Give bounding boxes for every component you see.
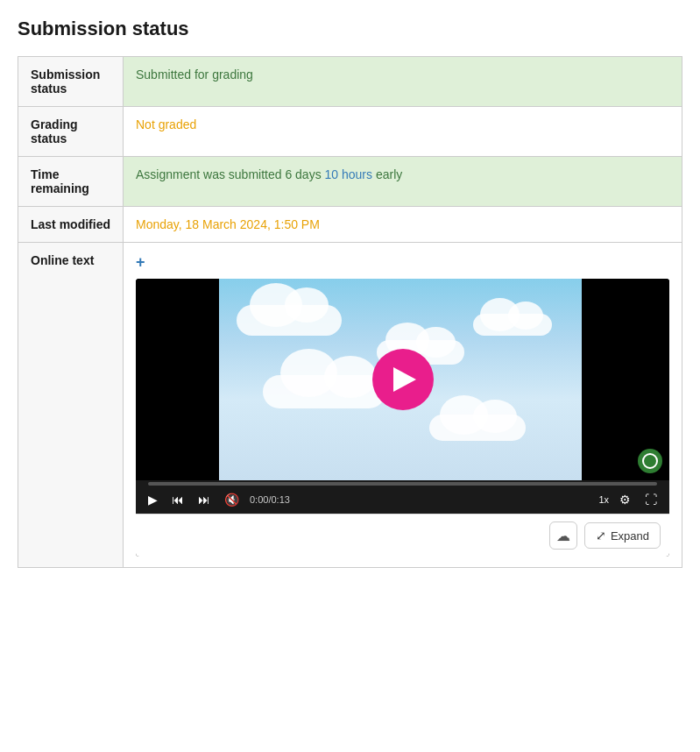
cloud-1 <box>237 305 342 336</box>
last-modified-label: Last modified <box>18 207 124 243</box>
play-icon: ▶ <box>148 493 158 507</box>
online-text-plus-icon[interactable]: + <box>136 253 669 272</box>
cloud-3 <box>263 375 385 408</box>
video-player: ▶ ⏮ ⏭ 🔇 0:00/0:13 <box>136 279 669 557</box>
mute-icon: 🔇 <box>224 493 239 507</box>
submission-status-text: Submitted for grading <box>136 67 253 82</box>
cloud-upload-button[interactable]: ☁ <box>549 521 577 550</box>
cloud-5 <box>429 415 526 441</box>
table-row: Time remaining Assignment was submitted … <box>18 157 682 207</box>
page-title: Submission status <box>18 18 682 40</box>
rewind-button[interactable]: ⏮ <box>168 491 187 508</box>
time-hours: 10 hours <box>325 167 372 181</box>
last-modified-date-text: Monday, 18 March 2024, 1:50 PM <box>136 217 320 231</box>
video-thumbnail[interactable] <box>136 279 669 480</box>
last-modified-value: Monday, 18 March 2024, 1:50 PM <box>124 207 682 243</box>
settings-icon: ⚙ <box>619 493 631 507</box>
grading-status-value: Not graded <box>124 107 682 157</box>
speed-badge[interactable]: 1x <box>598 494 609 505</box>
table-row: Online text + <box>18 243 682 568</box>
fullscreen-icon: ⛶ <box>645 493 657 507</box>
mute-button[interactable]: 🔇 <box>221 491 243 508</box>
expand-label: Expand <box>611 529 649 543</box>
time-prefix: Assignment was submitted <box>136 167 285 181</box>
play-pause-button[interactable]: ▶ <box>145 491 161 508</box>
online-text-label: Online text <box>18 243 124 568</box>
fast-forward-button[interactable]: ⏭ <box>194 491 214 508</box>
expand-button[interactable]: ⤢ Expand <box>584 522 661 549</box>
submission-status-value: Submitted for grading <box>124 57 682 107</box>
grading-status-text: Not graded <box>136 117 196 131</box>
cloud-upload-icon: ☁ <box>556 528 570 544</box>
fullscreen-button[interactable]: ⛶ <box>641 491 661 508</box>
submission-status-table: Submission status Submitted for grading … <box>18 56 682 568</box>
table-row: Last modified Monday, 18 March 2024, 1:5… <box>18 207 682 243</box>
time-suffix: early <box>372 167 402 181</box>
time-remaining-label: Time remaining <box>18 157 124 207</box>
time-days: 6 days <box>285 167 321 181</box>
grading-status-label: Grading status <box>18 107 124 157</box>
video-bottom-bar: ☁ ⤢ Expand <box>136 514 669 557</box>
online-text-value: + <box>124 243 682 568</box>
watermark-icon <box>638 449 662 473</box>
watermark-inner <box>642 453 658 469</box>
cloud-4 <box>473 314 552 336</box>
table-row: Submission status Submitted for grading <box>18 57 682 107</box>
expand-icon: ⤢ <box>596 529 606 543</box>
video-time-display: 0:00/0:13 <box>250 494 290 505</box>
rewind-icon: ⏮ <box>172 493 184 507</box>
video-controls-bar: ▶ ⏮ ⏭ 🔇 0:00/0:13 <box>136 486 669 514</box>
table-row: Grading status Not graded <box>18 107 682 157</box>
settings-button[interactable]: ⚙ <box>616 491 634 508</box>
fast-forward-icon: ⏭ <box>198 493 210 507</box>
submission-status-label: Submission status <box>18 57 124 107</box>
time-remaining-value: Assignment was submitted 6 days 10 hours… <box>124 157 682 207</box>
video-left-black <box>136 279 223 480</box>
play-button[interactable] <box>372 349 434 410</box>
